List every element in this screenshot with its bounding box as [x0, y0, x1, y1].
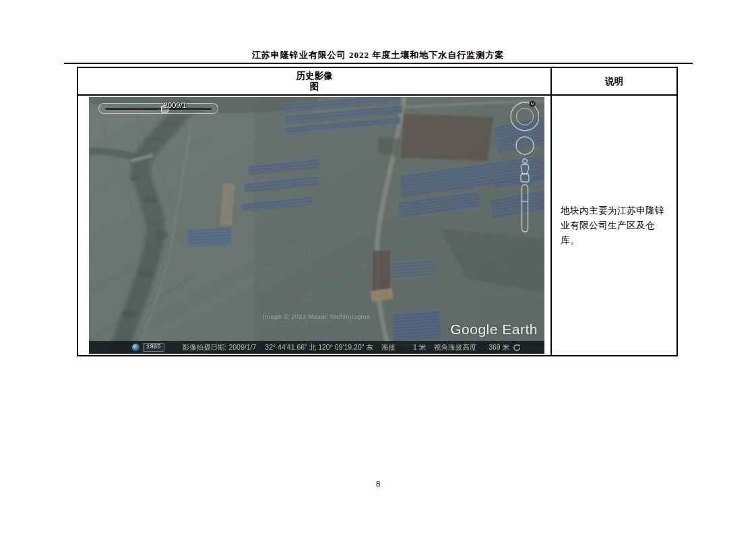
- imagery-copyright: Image © 2022 Maxar Technologies: [263, 313, 370, 320]
- table-cell-image: 2009/1: [78, 96, 552, 355]
- table-cell-description: 地块内主要为江苏申隆锌业有限公司生产区及仓库。: [552, 96, 676, 355]
- google-earth-logo: Google Earth: [450, 321, 538, 338]
- zoom-slider-icon[interactable]: [521, 174, 529, 232]
- page-number: 8: [0, 479, 756, 489]
- history-clock-icon[interactable]: [132, 344, 139, 351]
- compass-reset-icon: [513, 344, 521, 352]
- description-text: 地块内主要为江苏申隆锌业有限公司生产区及仓库。: [561, 203, 670, 248]
- compass-ring-icon[interactable]: [511, 102, 539, 131]
- table-header-line2: 图: [310, 82, 319, 92]
- look-joystick-icon[interactable]: [517, 108, 534, 125]
- header-divider: [64, 63, 693, 64]
- time-slider-track[interactable]: [105, 108, 212, 110]
- table-header-history-image: 历史影像 图: [78, 68, 552, 96]
- time-slider-date-label: 2009/1: [164, 101, 187, 109]
- elevation-label: 海拔: [381, 343, 396, 352]
- status-bar: 1985 影像拍摄日期: 2009/1/7 32° 44'41.66" 北 12…: [89, 341, 544, 354]
- satellite-image: 2009/1: [89, 97, 544, 354]
- imagery-date: 影像拍摄日期: 2009/1/7: [183, 343, 257, 352]
- history-image-table: 历史影像 图 说明: [77, 67, 678, 356]
- navigation-controls[interactable]: N: [501, 98, 539, 237]
- elevation-value: 1 米: [413, 343, 426, 352]
- table-header-line1: 历史影像: [296, 71, 333, 82]
- eye-altitude-label: 视角海拔高度: [434, 343, 476, 352]
- table-header-label: 说明: [605, 76, 623, 87]
- table-header-description: 说明: [552, 68, 676, 96]
- document-title: 江苏申隆锌业有限公司 2022 年度土壤和地下水自行监测方案: [0, 49, 756, 61]
- eye-altitude-value: 369 米: [489, 343, 509, 352]
- time-slider[interactable]: 2009/1: [98, 103, 218, 114]
- history-year-badge[interactable]: 1985: [143, 343, 164, 352]
- coordinates: 32° 44'41.66" 北 120° 09'19.20" 东: [265, 343, 373, 352]
- street-view-icon[interactable]: [521, 159, 528, 174]
- compass-north-label: N: [531, 102, 534, 106]
- pan-joystick-icon[interactable]: [516, 137, 534, 154]
